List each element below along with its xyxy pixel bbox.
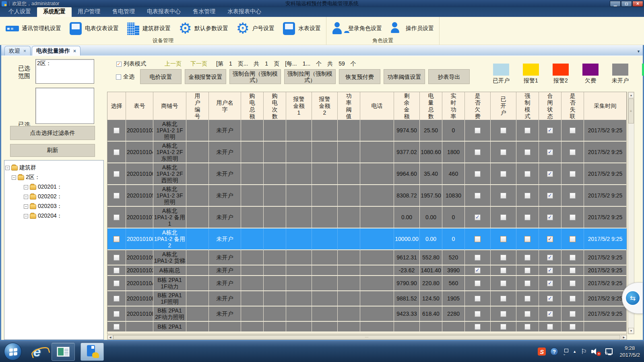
sogou-input-icon[interactable]: S [538,348,546,356]
tree-item-meter[interactable]: −020201： [5,182,103,192]
arrears-checkbox[interactable] [475,324,481,330]
gate-state-checkbox[interactable]: ✓ [547,255,553,261]
table-row[interactable]: 202010103A栋北 1PA1-2 1F 照明未开户9974.5025.50… [107,120,627,142]
table-row[interactable]: 202010106A栋北 1PA1-2 2F 西照明未开户9964.6035.4… [107,163,627,185]
arrears-checkbox[interactable] [475,255,481,261]
arrears-checkbox[interactable]: ✓ [475,214,481,220]
scroll-up-icon[interactable]: ▲ [628,92,634,98]
ribbon-item[interactable]: 水表设置 [278,21,324,36]
forced-mode-checkbox[interactable] [524,171,530,177]
column-header[interactable]: 是否欠费 [465,92,491,120]
offline-checkbox[interactable] [570,255,576,261]
table-row[interactable]: 20201010AB栋 2PA1 1F动力未开户9790.90220.80560… [107,276,627,291]
ribbon-item[interactable]: 操作员设置 [386,21,438,36]
tabstrip-dropdown-icon[interactable]: ▼ [637,49,640,53]
collapse-expander-icon[interactable]: − [5,166,10,170]
arrears-checkbox[interactable] [475,149,481,155]
row-select-checkbox[interactable] [114,296,120,302]
menu-tab[interactable]: 售电管理 [106,7,141,17]
offline-checkbox[interactable] [570,267,576,274]
opened-checkbox[interactable] [500,214,506,220]
row-select-checkbox[interactable] [114,311,120,317]
action-center-flag-icon[interactable]: ⚐ [581,348,587,356]
forced-mode-checkbox[interactable] [524,311,530,317]
forced-mode-checkbox[interactable] [524,236,530,242]
restore-button[interactable] [621,1,632,7]
menu-tab[interactable]: 个人设置 [2,7,37,17]
taskbar-ie-icon[interactable]: e [28,343,46,360]
arrears-checkbox[interactable]: ✓ [475,267,481,274]
column-header[interactable]: 实时功率 [442,92,465,120]
column-header[interactable]: 用户名字 [209,92,241,120]
tree-item-meter[interactable]: −020202： [5,192,103,202]
column-header[interactable]: 报警金额2 [312,92,338,120]
select-filter-button[interactable]: 点击选择过滤条件 [10,126,95,140]
collapse-expander-icon[interactable]: − [24,204,28,209]
opened-checkbox[interactable] [500,324,506,330]
row-select-checkbox[interactable] [114,149,120,155]
gate-state-checkbox[interactable]: ✓ [547,280,553,286]
scroll-left-icon[interactable]: ◀ [107,335,113,339]
column-header[interactable]: 选择 [107,92,126,120]
tree-item-zone[interactable]: −2区： [5,173,103,182]
arrears-checkbox[interactable] [475,193,481,199]
tool-button[interactable]: 电价设置 [140,69,182,84]
forced-mode-checkbox[interactable] [524,296,530,302]
show-hidden-icons-arrow[interactable]: ▲ [573,350,576,354]
opened-checkbox[interactable] [500,255,506,261]
table-row[interactable]: 202010107A栋北 1PA1-2 备用1未开户0.000.000✓✓201… [107,207,627,228]
column-header[interactable]: 电量总数 [420,92,442,120]
selected-range-box[interactable]: 2区： [35,59,94,84]
table-row[interactable]: 202010102A栋南总未开户-23.621401.403990✓✓2017/… [107,265,627,276]
forced-mode-checkbox[interactable] [524,280,530,286]
close-tab-icon[interactable]: × [23,49,26,53]
row-select-checkbox[interactable] [114,324,120,330]
gate-state-checkbox[interactable]: ✓ [547,193,553,199]
forced-mode-checkbox[interactable] [524,149,530,155]
tool-button[interactable]: 恢复预付费 [339,69,380,84]
tree-item-meter[interactable]: −020204： [5,211,103,221]
column-header[interactable]: 功率阈值 [338,92,360,120]
ribbon-item[interactable]: 电表仪表设置 [65,21,122,36]
menu-tab[interactable]: 用户管理 [72,7,106,17]
column-header[interactable]: 商铺号 [153,92,186,120]
opened-checkbox[interactable] [500,236,506,242]
column-header[interactable]: 采集时间 [584,92,627,120]
tool-button[interactable]: 功率阈值设置 [384,69,425,84]
offline-checkbox[interactable] [570,149,576,155]
opened-checkbox[interactable] [500,267,506,274]
forced-mode-checkbox[interactable] [524,128,530,134]
tool-button[interactable]: 强制拉闸（强制模式） [284,69,336,84]
offline-checkbox[interactable] [570,296,576,302]
next-page-link[interactable]: 下一页 [190,60,207,68]
tree-item-root[interactable]: −建筑群 [5,163,103,173]
volume-muted-icon[interactable]: × [591,348,600,355]
horizontal-scroll-thumb[interactable]: ··· [113,335,620,339]
gate-state-checkbox[interactable]: ✓ [547,171,553,177]
table-row[interactable]: B栋 2PA1 [107,322,627,332]
offline-checkbox[interactable] [570,236,576,242]
select-all-checkbox[interactable] [116,74,121,80]
prev-page-link[interactable]: 上一页 [165,60,182,68]
row-select-checkbox[interactable] [114,280,120,286]
forced-mode-checkbox[interactable] [524,193,530,199]
forced-mode-checkbox[interactable] [524,267,530,274]
close-button[interactable]: × [632,1,643,7]
column-header[interactable]: 报警金额1 [286,92,312,120]
table-row[interactable]: 202010109A栋北 1PA1-2 货梯未开户9612.31552.8052… [107,250,627,265]
ribbon-item[interactable]: 默认参数设置 [174,21,232,36]
offline-checkbox[interactable] [570,311,576,317]
arrears-checkbox[interactable] [475,296,481,302]
collapse-expander-icon[interactable]: − [12,175,16,180]
minimize-button[interactable]: ▁ [610,1,621,7]
taskbar-clock[interactable]: 9:28 2017/5/2 [619,345,640,358]
refresh-button[interactable]: 刷新 [10,144,95,157]
tree-item-meter[interactable]: −020203： [5,202,103,211]
column-header[interactable]: 合闸状态 [539,92,561,120]
scroll-right-icon[interactable]: ▶ [621,335,627,339]
tool-button[interactable]: 金额报警设置 [185,69,226,84]
offline-checkbox[interactable] [570,193,576,199]
table-row[interactable]: 20201010BB栋 2PA1 1F照明未开户9881.52124.50190… [107,291,627,306]
column-header[interactable]: 强制模式 [516,92,539,120]
column-header[interactable]: 剩余金额 [394,92,420,120]
